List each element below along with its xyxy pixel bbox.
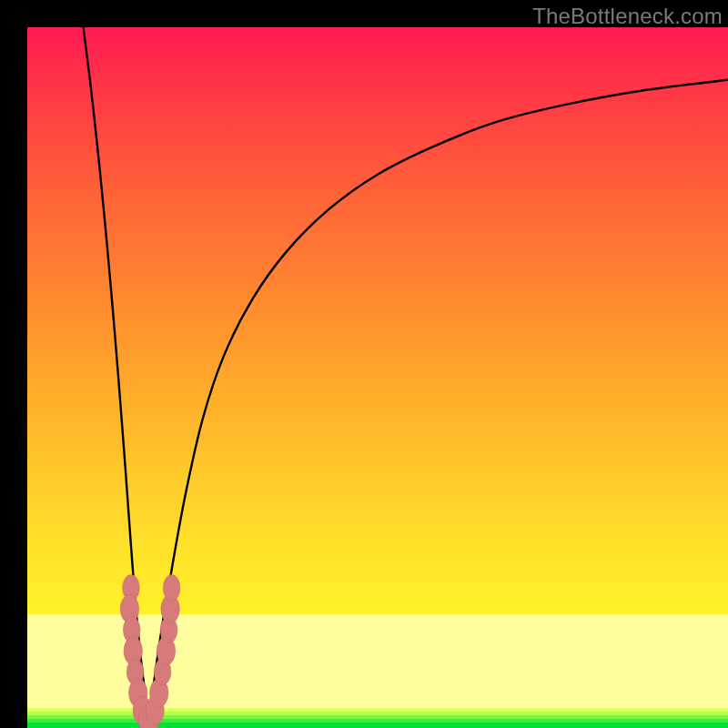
curve-right: [148, 80, 728, 722]
cluster-markers: [120, 575, 180, 728]
chart-svg: [27, 27, 728, 728]
curve-left: [84, 27, 149, 721]
chart-frame: TheBottleneck.com: [0, 0, 728, 728]
cluster-marker: [163, 575, 180, 602]
watermark-text: TheBottleneck.com: [532, 4, 723, 29]
plot-area: [27, 27, 728, 728]
